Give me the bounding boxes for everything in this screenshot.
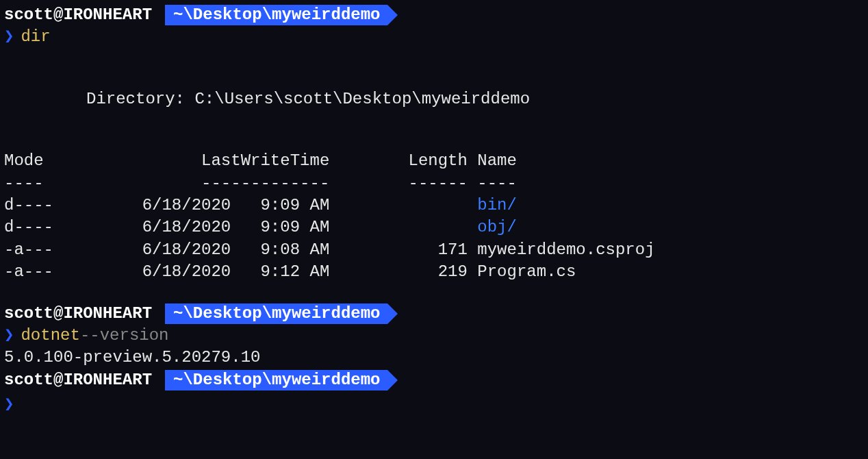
powerline-arrow-right-icon bbox=[387, 5, 398, 25]
powerline-arrow-left bbox=[155, 303, 165, 324]
host-segment: scott@IRONHEART bbox=[4, 369, 155, 391]
directory-header: Directory: C:\Users\scott\Desktop\myweir… bbox=[86, 88, 864, 110]
command-line-3[interactable]: ❯ bbox=[4, 391, 864, 416]
command-text: dir bbox=[21, 26, 50, 48]
prompt-symbol: ❯ bbox=[4, 26, 14, 48]
version-output: 5.0.100-preview.5.20279.10 bbox=[4, 347, 864, 369]
powerline-arrow-right-icon bbox=[387, 370, 398, 390]
path-segment: ~\Desktop\myweirddemo bbox=[165, 370, 387, 390]
dir-listing-pre: Mode LastWriteTime Length Name ---- ----… bbox=[4, 150, 864, 283]
path-segment: ~\Desktop\myweirddemo bbox=[165, 303, 387, 324]
command-text: dotnet bbox=[21, 325, 79, 347]
directory-link: bin/ bbox=[477, 196, 517, 214]
powerline-arrow-left bbox=[155, 370, 165, 390]
prompt-line-1: scott@IRONHEART ~\Desktop\myweirddemo bbox=[4, 4, 864, 26]
prompt-line-3: scott@IRONHEART ~\Desktop\myweirddemo bbox=[4, 369, 864, 391]
directory-link: obj/ bbox=[477, 218, 517, 236]
powerline-arrow-right-icon bbox=[387, 303, 398, 324]
powerline-arrow-left bbox=[155, 5, 165, 25]
command-arg: --version bbox=[80, 325, 169, 347]
host-segment: scott@IRONHEART bbox=[4, 303, 155, 325]
prompt-line-2: scott@IRONHEART ~\Desktop\myweirddemo bbox=[4, 303, 864, 325]
host-segment: scott@IRONHEART bbox=[4, 4, 155, 26]
command-line-1[interactable]: ❯ dir bbox=[4, 26, 864, 48]
path-segment: ~\Desktop\myweirddemo bbox=[165, 5, 387, 25]
prompt-symbol: ❯ bbox=[4, 394, 14, 416]
command-line-2[interactable]: ❯ dotnet --version bbox=[4, 325, 864, 347]
prompt-symbol: ❯ bbox=[4, 325, 14, 347]
